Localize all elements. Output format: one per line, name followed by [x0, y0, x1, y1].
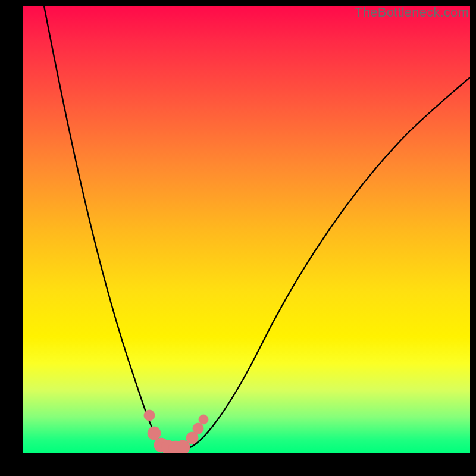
svg-point-7 — [193, 423, 203, 434]
svg-point-0 — [144, 410, 155, 421]
plot-area — [23, 6, 470, 453]
svg-point-8 — [199, 415, 208, 424]
valley-markers — [144, 410, 208, 453]
curve-path — [44, 6, 470, 450]
watermark-text: TheBottleneck.com — [355, 5, 469, 20]
svg-point-1 — [148, 427, 161, 440]
chart-frame: TheBottleneck.com — [0, 0, 476, 476]
bottleneck-curve — [23, 6, 470, 453]
